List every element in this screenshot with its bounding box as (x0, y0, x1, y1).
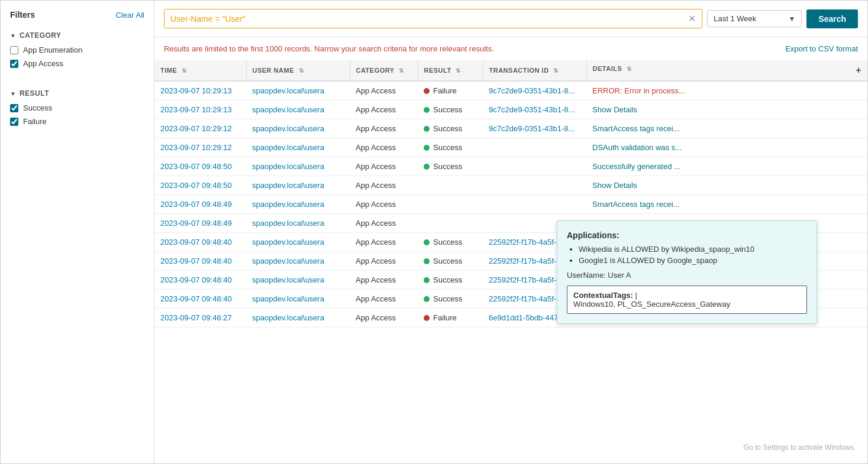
checkbox-app-enumeration-label: App Enumeration (23, 46, 82, 54)
cell-result: Failure (418, 81, 483, 100)
checkbox-success-input[interactable] (10, 104, 18, 112)
th-details[interactable]: DETAILS ⇅ + (586, 60, 867, 81)
category-chevron-icon: ▼ (10, 33, 16, 39)
result-section: ▼ RESULT Success Failure (1, 85, 154, 135)
cell-category: App Access (350, 81, 418, 100)
results-info: Results are limited to the first 1000 re… (154, 37, 867, 60)
checkbox-failure-label: Failure (23, 117, 47, 126)
cell-details[interactable]: SmartAccess tags recei... (586, 119, 867, 138)
checkbox-success[interactable]: Success (10, 103, 144, 112)
th-username[interactable]: USER NAME ⇅ (246, 60, 350, 81)
table-row: 2023-09-07 09:48:49spaopdev.local\useraA… (154, 195, 867, 214)
cell-result: Success (418, 271, 483, 290)
cell-username: spaopdev.local\usera (246, 309, 350, 327)
checkbox-app-enumeration-input[interactable] (10, 46, 18, 54)
cell-details[interactable]: Successfully generated ... (586, 157, 867, 176)
cell-time: 2023-09-07 10:29:13 (154, 81, 246, 100)
cell-details[interactable]: Show Details (586, 100, 867, 119)
cell-category: App Access (350, 233, 418, 252)
result-header[interactable]: ▼ RESULT (10, 89, 144, 98)
cell-username: spaopdev.local\usera (246, 195, 350, 214)
cell-username: spaopdev.local\usera (246, 214, 350, 233)
checkbox-app-enumeration[interactable]: App Enumeration (10, 46, 144, 54)
app-container: Filters Clear All ▼ CATEGORY App Enumera… (0, 0, 868, 464)
table-row: 2023-09-07 10:29:12spaopdev.local\useraA… (154, 138, 867, 157)
cell-details[interactable]: ERROR: Error in process... (586, 81, 867, 100)
cell-transaction-id (483, 138, 586, 157)
tooltip-context-value: Windows10, PL_OS_SecureAccess_Gateway (573, 300, 730, 309)
sort-time-icon: ⇅ (182, 67, 187, 74)
cell-result: Success (418, 290, 483, 309)
search-clear-button[interactable]: ✕ (688, 13, 696, 24)
tooltip-context-box: ContextualTags: | Windows10, PL_OS_Secur… (567, 285, 807, 314)
cell-category: App Access (350, 100, 418, 119)
cell-result: Success (418, 138, 483, 157)
sort-result-icon: ⇅ (456, 67, 461, 74)
clear-all-button[interactable]: Clear All (116, 11, 144, 20)
search-input-container[interactable]: User-Name = "User" ✕ (164, 9, 702, 28)
table-row: 2023-09-07 10:29:13spaopdev.local\useraA… (154, 100, 867, 119)
cell-details[interactable]: DSAuth validation was s... (586, 138, 867, 157)
tooltip-app-list: Wikipedia is ALLOWED by Wikipedia_spaop_… (567, 245, 807, 265)
cell-time: 2023-09-07 09:48:40 (154, 233, 246, 252)
cell-username: spaopdev.local\usera (246, 176, 350, 195)
cell-transaction-id: 9c7c2de9-0351-43b1-8... (483, 100, 586, 119)
table-row: 2023-09-07 10:29:12spaopdev.local\useraA… (154, 119, 867, 138)
cell-username: spaopdev.local\usera (246, 157, 350, 176)
add-column-button[interactable]: + (856, 65, 861, 76)
cell-category: App Access (350, 195, 418, 214)
cell-category: App Access (350, 309, 418, 327)
cell-time: 2023-09-07 09:46:27 (154, 309, 246, 327)
checkbox-app-access-input[interactable] (10, 60, 18, 68)
cell-result: Failure (418, 309, 483, 327)
result-chevron-icon: ▼ (10, 90, 16, 97)
cell-time: 2023-09-07 10:29:12 (154, 119, 246, 138)
cell-category: App Access (350, 138, 418, 157)
cell-username: spaopdev.local\usera (246, 290, 350, 309)
search-button[interactable]: Search (806, 9, 858, 28)
cell-details[interactable]: Show Details (586, 176, 867, 195)
checkbox-failure[interactable]: Failure (10, 117, 144, 126)
cell-result: Success (418, 100, 483, 119)
checkbox-app-access[interactable]: App Access (10, 59, 144, 68)
th-transaction[interactable]: TRANSACTION ID ⇅ (483, 60, 586, 81)
sort-transaction-icon: ⇅ (553, 67, 559, 74)
cell-time: 2023-09-07 09:48:40 (154, 290, 246, 309)
cell-time: 2023-09-07 09:48:50 (154, 157, 246, 176)
cell-username: spaopdev.local\usera (246, 81, 350, 100)
cell-username: spaopdev.local\usera (246, 138, 350, 157)
tooltip-popup: Applications: Wikipedia is ALLOWED by Wi… (557, 220, 817, 324)
cell-time: 2023-09-07 09:48:49 (154, 214, 246, 233)
cell-result (418, 195, 483, 214)
table-header: TIME ⇅ USER NAME ⇅ CATEGORY ⇅ (154, 60, 867, 81)
cell-details[interactable]: SmartAccess tags recei... (586, 195, 867, 214)
category-title: CATEGORY (20, 31, 62, 40)
sort-category-icon: ⇅ (399, 67, 404, 74)
th-result[interactable]: RESULT ⇅ (418, 60, 483, 81)
th-time[interactable]: TIME ⇅ (154, 60, 246, 81)
result-title: RESULT (20, 89, 49, 98)
cell-time: 2023-09-07 10:29:13 (154, 100, 246, 119)
category-section: ▼ CATEGORY App Enumeration App Access (1, 27, 154, 77)
cell-category: App Access (350, 271, 418, 290)
cell-transaction-id: 9c7c2de9-0351-43b1-8... (483, 119, 586, 138)
cell-result: Success (418, 157, 483, 176)
cell-time: 2023-09-07 10:29:12 (154, 138, 246, 157)
cell-category: App Access (350, 176, 418, 195)
checkbox-failure-input[interactable] (10, 118, 18, 126)
time-range-selector[interactable]: Last 1 Week ▼ (707, 10, 802, 27)
watermark-text: Go to Settings to activate Windows. (744, 443, 856, 452)
tooltip-username: UserName: User A (567, 271, 807, 280)
cell-time: 2023-09-07 09:48:50 (154, 176, 246, 195)
cell-username: spaopdev.local\usera (246, 252, 350, 271)
th-category[interactable]: CATEGORY ⇅ (350, 60, 418, 81)
sort-details-icon: ⇅ (627, 66, 632, 72)
category-header[interactable]: ▼ CATEGORY (10, 31, 144, 40)
tooltip-app-item-1: Google1 is ALLOWED by Google_spaop (579, 256, 807, 265)
cell-username: spaopdev.local\usera (246, 233, 350, 252)
export-csv-link[interactable]: Export to CSV format (785, 44, 858, 53)
cell-result: Success (418, 252, 483, 271)
tooltip-context-cursor: | (635, 291, 637, 300)
table-row: 2023-09-07 09:48:50spaopdev.local\useraA… (154, 157, 867, 176)
cell-category: App Access (350, 157, 418, 176)
